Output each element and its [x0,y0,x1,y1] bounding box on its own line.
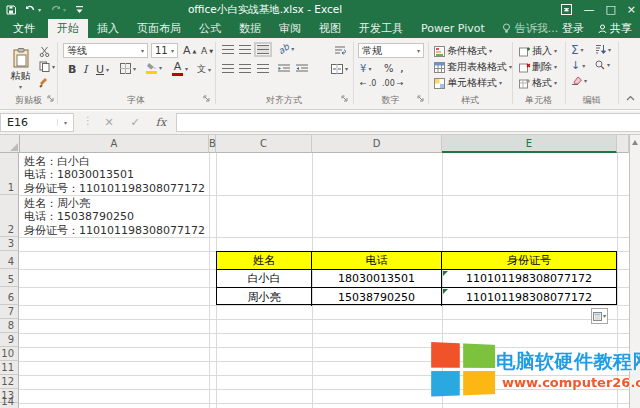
save-icon[interactable] [6,5,16,15]
row-header-3[interactable]: 3 [0,237,19,251]
percent-style-button[interactable]: % [384,63,394,74]
tab-developer[interactable]: 开发工具 [350,19,412,38]
formula-bar-splitter[interactable]: ⋮ [83,115,93,126]
row-header-11[interactable]: 11 [0,361,19,375]
increase-decimal-button[interactable]: ←.0 [360,79,376,88]
share-button[interactable]: 共享 [598,19,632,38]
undo-button[interactable]: ▾ [25,5,41,15]
font-name-combo[interactable]: 等线▾ [63,43,148,58]
table-header-phone[interactable]: 电话 [312,252,442,270]
paste-options-button[interactable]: ▾ [591,308,608,324]
decrease-decimal-button[interactable]: .00→ [382,79,403,88]
row-header-8[interactable]: 8 [0,319,19,333]
align-right-button[interactable] [257,64,269,73]
font-dialog-launcher-icon[interactable] [203,95,210,102]
cell-d6[interactable]: 15038790250 [312,288,442,306]
accounting-format-button[interactable]: ¥▾ [360,63,371,74]
align-middle-button[interactable] [239,45,251,54]
name-box[interactable]: E16 ▾ [0,113,74,132]
wrap-text-button[interactable] [334,45,346,55]
formula-input[interactable] [176,113,640,132]
underline-button[interactable]: U▾ [96,63,109,76]
tab-insert[interactable]: 插入 [88,19,128,38]
sort-filter-button[interactable]: ▾ [595,44,611,55]
tab-review[interactable]: 审阅 [270,19,310,38]
row-header-6[interactable]: 6 [0,287,19,305]
row-header-9[interactable]: 9 [0,333,19,347]
phonetic-guide-button[interactable]: 文▾ [197,63,211,76]
tab-home[interactable]: 开始 [48,19,88,38]
conditional-formatting-button[interactable]: 条件格式▾ [434,44,492,58]
redo-button[interactable]: ▾ [50,5,66,15]
column-header-f-partial[interactable] [617,135,629,153]
ribbon-display-options-icon[interactable] [561,4,572,15]
cell-c5[interactable]: 白小白 [217,270,312,288]
borders-button[interactable]: ▾ [120,63,136,74]
font-color-button[interactable]: A ▾ [172,62,188,76]
comma-style-button[interactable]: , [400,61,404,75]
row-header-12[interactable]: 12 [0,375,19,389]
decrease-indent-button[interactable] [278,64,290,73]
fill-color-button[interactable]: ▾ [146,62,162,74]
maximize-button[interactable]: □ [605,3,615,16]
insert-function-icon[interactable]: fx [152,113,170,132]
cell-a2[interactable]: 姓名：周小亮 电话：15038790250 身份证号：1101011983080… [24,195,209,237]
tab-file[interactable]: 文件 [0,19,48,38]
delete-cells-button[interactable]: 删除▾ [519,60,557,74]
increase-indent-button[interactable] [296,64,308,73]
font-size-combo[interactable]: 11▾ [151,43,178,58]
column-header-c[interactable]: C [216,135,312,153]
paste-button[interactable]: 粘贴 ▾ [5,42,36,95]
row-header-2[interactable]: 2 [0,195,19,237]
italic-button[interactable]: I [83,63,87,76]
clear-button[interactable]: ▾ [571,76,587,85]
clipboard-dialog-launcher-icon[interactable] [47,95,54,102]
grow-font-button[interactable]: A▲ [183,44,196,57]
align-center-button[interactable] [239,64,251,73]
row-header-4[interactable]: 4 [0,251,19,269]
cut-button[interactable] [39,46,50,57]
merge-center-button[interactable]: ▾ [331,64,348,74]
format-painter-button[interactable] [39,77,50,88]
copy-button[interactable]: ▾ [39,61,55,72]
cell-e5[interactable]: 110101198308077172 [442,270,616,288]
align-left-button[interactable] [222,64,234,73]
row-header-7[interactable]: 7 [0,305,19,319]
cell-c6[interactable]: 周小亮 [217,288,312,306]
minimize-button[interactable]: — [583,3,594,16]
shrink-font-button[interactable]: A▼ [201,46,213,56]
row-header-10[interactable]: 10 [0,347,19,361]
column-header-a[interactable]: A [20,135,209,153]
find-select-button[interactable]: ▾ [595,60,610,70]
sign-in-button[interactable]: 登录 [562,19,584,38]
cell-a1[interactable]: 姓名：白小白 电话：18030013501 身份证号：1101011983080… [24,153,209,195]
cell-styles-button[interactable]: 单元格样式▾ [434,76,502,90]
close-button[interactable]: × [627,3,636,16]
fill-button[interactable]: ↓▾ [571,60,585,71]
customize-qat-button[interactable] [75,5,84,14]
tab-page-layout[interactable]: 页面布局 [128,19,190,38]
format-as-table-button[interactable]: 套用表格格式▾ [434,60,512,74]
orientation-button[interactable]: ab▾ [278,44,294,54]
column-header-e[interactable]: E [442,135,617,153]
name-box-caret-icon[interactable]: ▾ [57,119,73,126]
row-header-14-partial[interactable]: 14 [0,403,19,408]
bold-button[interactable]: B [68,63,76,76]
tab-view[interactable]: 视图 [310,19,350,38]
collapse-ribbon-button[interactable] [626,95,635,102]
alignment-dialog-launcher-icon[interactable] [341,95,348,102]
tab-power-pivot[interactable]: Power Pivot [412,19,494,38]
row-header-5[interactable]: 5 [0,269,19,287]
number-dialog-launcher-icon[interactable] [417,95,424,102]
format-cells-button[interactable]: 格式▾ [519,76,557,90]
tab-formulas[interactable]: 公式 [190,19,230,38]
confirm-entry-icon[interactable]: ✓ [126,113,144,132]
tab-data[interactable]: 数据 [230,19,270,38]
row-header-1[interactable]: 1 [0,153,19,195]
select-all-corner[interactable] [0,135,20,153]
tell-me-box[interactable]: 告诉我... [502,19,559,38]
cell-e6[interactable]: 110101198308077172 [442,288,616,306]
column-header-d[interactable]: D [312,135,442,153]
table-header-name[interactable]: 姓名 [217,252,312,270]
cell-d5[interactable]: 18030013501 [312,270,442,288]
